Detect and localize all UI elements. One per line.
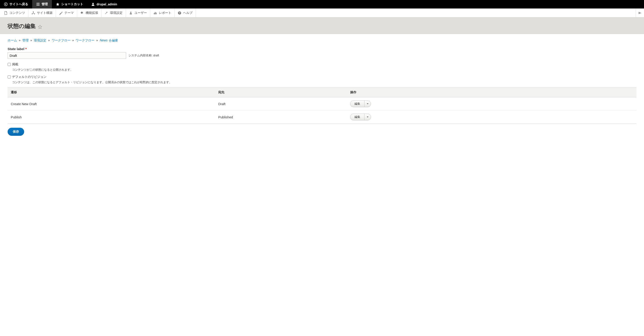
breadcrumb-config[interactable]: 環境設定 (34, 39, 46, 42)
back-icon (4, 3, 8, 6)
admin-menu: コンテンツ サイト構築 テーマ 機能拡張 環境設定 ユーザー レポート (0, 9, 644, 18)
state-label-input[interactable] (8, 52, 126, 59)
admin-reports-label: レポート (159, 11, 171, 15)
admin-config-label: 環境設定 (110, 11, 122, 15)
table-row: Publish Published 編集 (8, 111, 636, 124)
admin-content[interactable]: コンテンツ (0, 9, 28, 17)
cell-operations: 編集 (347, 97, 636, 111)
admin-help[interactable]: ? ヘルプ (175, 9, 196, 17)
state-label-text: State label (8, 47, 24, 51)
machine-name-prefix: システム内部名称: (128, 54, 152, 57)
structure-icon (32, 11, 35, 15)
published-label[interactable]: 掲載 (12, 62, 18, 67)
breadcrumb-manage[interactable]: 管理 (22, 39, 28, 42)
admin-content-label: コンテンツ (10, 11, 25, 15)
appearance-icon (59, 11, 62, 15)
published-checkbox[interactable] (8, 63, 11, 66)
admin-structure[interactable]: サイト構築 (28, 9, 56, 17)
people-icon (129, 11, 132, 15)
svg-point-2 (33, 12, 34, 12)
toolbar-back[interactable]: サイトへ戻る (0, 0, 32, 9)
breadcrumb-workflow2[interactable]: ワークフロー (76, 39, 94, 42)
svg-point-0 (4, 3, 8, 6)
page-title: 状態の編集 (8, 22, 36, 30)
required-mark: * (25, 47, 26, 51)
th-operations: 操作 (347, 88, 636, 97)
chevron-down-icon (367, 103, 368, 105)
edit-button[interactable]: 編集 (350, 101, 364, 107)
breadcrumb-home[interactable]: ホーム (8, 39, 17, 42)
breadcrumb-sep: » (96, 39, 98, 42)
table-row: Create New Draft Draft 編集 (8, 97, 636, 111)
transitions-table: 遷移 宛先 操作 Create New Draft Draft 編集 (8, 88, 636, 124)
th-transition: 遷移 (8, 88, 215, 97)
breadcrumb-sep: » (72, 39, 74, 42)
help-icon: ? (178, 11, 181, 15)
machine-name: システム内部名称: draft (128, 54, 159, 58)
breadcrumb-sep: » (30, 39, 32, 42)
cell-transition: Create New Draft (8, 97, 215, 111)
toolbar-shortcuts-label: ショートカット (61, 2, 83, 6)
cell-operations: 編集 (347, 111, 636, 124)
default-revision-field: デフォルトのリビジョン コンテンツは、この状態になるとデフォルト・リビジョンにな… (8, 75, 636, 84)
breadcrumb-edit-news[interactable]: News を編集 (100, 39, 118, 42)
breadcrumb-workflow[interactable]: ワークフロー (52, 39, 70, 42)
svg-text:?: ? (179, 12, 180, 14)
extend-icon (80, 11, 84, 15)
admin-config[interactable]: 環境設定 (102, 9, 126, 17)
admin-reports[interactable]: レポート (150, 9, 175, 17)
dropbutton: 編集 (350, 114, 371, 120)
edit-button[interactable]: 編集 (350, 114, 364, 120)
user-icon (91, 3, 95, 6)
admin-appearance[interactable]: テーマ (56, 9, 77, 17)
published-description: コンテンツがこの状態になると公開されます。 (12, 68, 636, 72)
toolbar-back-label: サイトへ戻る (10, 2, 28, 6)
th-to: 宛先 (215, 88, 347, 97)
admin-people-label: ユーザー (134, 11, 147, 15)
admin-extend[interactable]: 機能拡張 (77, 9, 102, 17)
dropbutton-toggle[interactable] (364, 101, 371, 107)
toolbar-top: サイトへ戻る 管理 ショートカット drupal_admin (0, 0, 644, 9)
breadcrumb: ホーム » 管理 » 環境設定 » ワークフロー » ワークフロー » News… (8, 39, 636, 43)
svg-point-1 (92, 3, 94, 4)
state-label-field: State label * システム内部名称: draft (8, 47, 636, 59)
reports-icon (154, 11, 157, 15)
content-icon (4, 11, 8, 15)
toolbar-user[interactable]: drupal_admin (87, 0, 121, 9)
breadcrumb-sep: » (48, 39, 50, 42)
cell-to: Published (215, 111, 347, 124)
default-revision-label[interactable]: デフォルトのリビジョン (12, 75, 46, 79)
admin-structure-label: サイト構築 (37, 11, 52, 15)
hamburger-icon (36, 3, 40, 6)
toolbar-user-label: drupal_admin (96, 3, 117, 6)
shortcut-star-icon[interactable] (38, 25, 42, 30)
chevron-down-icon (367, 116, 368, 118)
svg-rect-7 (155, 12, 156, 14)
state-label-label: State label * (8, 47, 636, 51)
dropbutton: 編集 (350, 100, 371, 107)
toolbar-manage[interactable]: 管理 (32, 0, 52, 9)
admin-extend-label: 機能拡張 (86, 11, 98, 15)
collapse-icon (638, 11, 642, 15)
page-title-region: 状態の編集 (0, 18, 644, 34)
admin-appearance-label: テーマ (64, 11, 74, 15)
svg-point-5 (130, 12, 132, 13)
breadcrumb-sep: » (19, 39, 20, 42)
cell-to: Draft (215, 97, 347, 111)
default-revision-description: コンテンツは、この状態になるとデフォルト・リビジョンになります。公開済みの状態で… (12, 80, 636, 84)
toolbar-shortcuts[interactable]: ショートカット (52, 0, 87, 9)
save-button[interactable]: 保存 (8, 128, 24, 136)
admin-people[interactable]: ユーザー (126, 9, 150, 17)
star-icon (56, 3, 60, 6)
machine-name-value: draft (153, 54, 159, 57)
toolbar-manage-label: 管理 (42, 2, 48, 6)
admin-help-label: ヘルプ (183, 11, 192, 15)
content-region: ホーム » 管理 » 環境設定 » ワークフロー » ワークフロー » News… (0, 34, 644, 140)
published-field: 掲載 コンテンツがこの状態になると公開されます。 (8, 62, 636, 72)
config-icon (105, 11, 108, 15)
dropbutton-toggle[interactable] (364, 114, 371, 120)
svg-rect-6 (154, 13, 154, 14)
admin-collapse[interactable] (636, 9, 644, 17)
svg-rect-8 (156, 13, 156, 14)
default-revision-checkbox[interactable] (8, 75, 11, 79)
